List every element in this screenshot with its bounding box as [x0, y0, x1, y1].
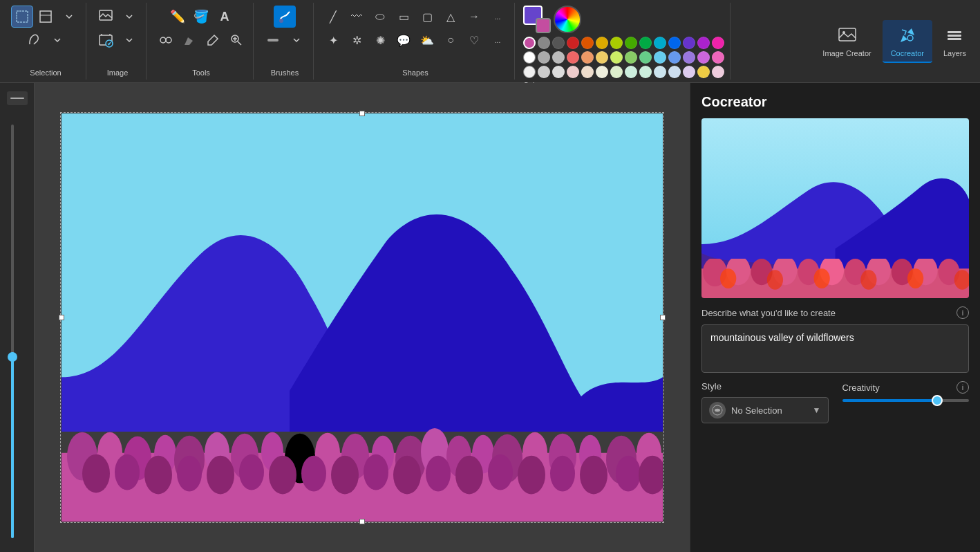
color-swatch[interactable]	[683, 37, 695, 49]
color-swatch[interactable]	[683, 51, 695, 64]
shape-diagonal[interactable]: ╱	[322, 6, 344, 28]
handle-left-center[interactable]	[59, 315, 64, 320]
select-rect-btn[interactable]	[11, 6, 33, 28]
toolbar: Selection	[0, 0, 980, 83]
color-swatch[interactable]	[538, 51, 550, 64]
style-dropdown[interactable]: No Selection ▼	[701, 397, 829, 423]
shape-wave[interactable]: 〰	[346, 6, 368, 28]
color-swatch[interactable]	[639, 51, 652, 64]
color-swatch[interactable]	[697, 37, 710, 49]
color-swatch[interactable]	[567, 66, 579, 78]
shape-oval[interactable]: ⬭	[369, 6, 391, 28]
eyedropper-btn[interactable]	[202, 29, 224, 51]
shape-more2[interactable]: ...	[487, 29, 509, 51]
color-swatch[interactable]	[654, 37, 666, 49]
shape-arrow[interactable]: →	[463, 6, 485, 28]
select-dropdown2[interactable]	[46, 29, 68, 51]
color-swatch[interactable]	[581, 37, 594, 49]
svg-point-55	[580, 455, 607, 494]
fill-btn[interactable]: 🪣	[190, 6, 212, 28]
color-swatch[interactable]	[538, 66, 550, 78]
svg-point-39	[82, 454, 110, 493]
describe-input[interactable]	[701, 324, 969, 373]
color-swatch[interactable]	[581, 51, 594, 64]
color-swatch[interactable]	[639, 66, 652, 78]
color-swatch[interactable]	[712, 66, 724, 78]
color-swatch[interactable]	[668, 66, 681, 78]
handle-top-center[interactable]	[359, 111, 365, 116]
color-swatch[interactable]	[668, 37, 681, 49]
pencil-btn[interactable]: ✏️	[167, 6, 189, 28]
effects-btn[interactable]	[155, 29, 177, 51]
image-import-btn[interactable]	[95, 6, 117, 28]
image-dropdown[interactable]	[118, 6, 140, 28]
color-swatch[interactable]	[552, 51, 565, 64]
handle-bottom-center[interactable]	[359, 519, 365, 524]
color-swatch[interactable]	[610, 66, 623, 78]
shape-4star[interactable]: ✺	[369, 29, 391, 51]
svg-point-49	[393, 455, 421, 494]
color-swatch[interactable]	[567, 51, 579, 64]
color-swatch[interactable]	[625, 37, 637, 49]
brush-size-indicator[interactable]	[7, 91, 28, 105]
color-swatch[interactable]	[552, 37, 565, 49]
svg-point-44	[239, 454, 264, 490]
zoom-btn[interactable]	[225, 29, 247, 51]
color-swatch[interactable]	[523, 37, 536, 49]
color-swatch[interactable]	[625, 66, 637, 78]
shape-speech[interactable]: 💬	[393, 29, 415, 51]
color-swatch[interactable]	[610, 37, 623, 49]
color-swatch[interactable]	[581, 66, 594, 78]
image-creator-btn[interactable]: Image Creator	[814, 20, 879, 63]
color-swatch[interactable]	[610, 51, 623, 64]
image-layer-dropdown[interactable]	[118, 29, 140, 51]
shape-triangle[interactable]: △	[440, 6, 462, 28]
color-swatch[interactable]	[596, 51, 608, 64]
shape-more1[interactable]: ...	[487, 6, 509, 28]
shape-rounded-rect[interactable]: ▢	[416, 6, 438, 28]
text-btn[interactable]: A	[214, 6, 236, 28]
shape-cloud[interactable]: ⛅	[416, 29, 438, 51]
color-swatch[interactable]	[639, 37, 652, 49]
shape-6star[interactable]: ✲	[346, 29, 368, 51]
color-swatch[interactable]	[625, 51, 637, 64]
color-gradient-btn[interactable]	[554, 6, 581, 33]
color-swatch[interactable]	[654, 66, 666, 78]
shape-circle[interactable]: ○	[440, 29, 462, 51]
brush-size-slider[interactable]	[6, 125, 19, 538]
creativity-slider[interactable]	[842, 399, 970, 402]
eraser-btn[interactable]	[178, 29, 200, 51]
color-swatch[interactable]	[712, 37, 724, 49]
select-dropdown[interactable]	[58, 6, 80, 28]
brush-btn[interactable]	[274, 6, 296, 28]
shape-star[interactable]: ✦	[322, 29, 344, 51]
shape-heart[interactable]: ♡	[463, 29, 485, 51]
color-swatch[interactable]	[712, 51, 724, 64]
freehand-select-btn[interactable]	[23, 29, 45, 51]
shape-rect[interactable]: ▭	[393, 6, 415, 28]
color-swatch[interactable]	[567, 37, 579, 49]
layers-btn[interactable]: Layers	[935, 20, 974, 63]
color-swatch[interactable]	[697, 66, 710, 78]
brush-settings-btn[interactable]	[262, 29, 284, 51]
slider-thumb[interactable]	[8, 352, 17, 362]
color-swatch[interactable]	[552, 66, 565, 78]
image-layer-btn[interactable]	[95, 29, 117, 51]
creativity-thumb[interactable]	[932, 395, 943, 406]
cocreator-btn[interactable]: Cocreator	[883, 20, 932, 63]
color-swatch[interactable]	[668, 51, 681, 64]
handle-right-center[interactable]	[660, 315, 666, 320]
select-options-btn[interactable]	[35, 6, 57, 28]
color-swatch[interactable]	[683, 66, 695, 78]
svg-rect-1	[40, 11, 51, 22]
color-swatch[interactable]	[538, 37, 550, 49]
color-swatch[interactable]	[523, 66, 536, 78]
color-swatch[interactable]	[654, 51, 666, 64]
color-swatch[interactable]	[596, 37, 608, 49]
color-swatch[interactable]	[523, 51, 536, 64]
color-swatch[interactable]	[697, 51, 710, 64]
color-swatch[interactable]	[596, 66, 608, 78]
creativity-info-icon[interactable]: i	[957, 381, 969, 394]
brush-dropdown[interactable]	[285, 29, 308, 51]
describe-info-icon[interactable]: i	[957, 306, 969, 319]
